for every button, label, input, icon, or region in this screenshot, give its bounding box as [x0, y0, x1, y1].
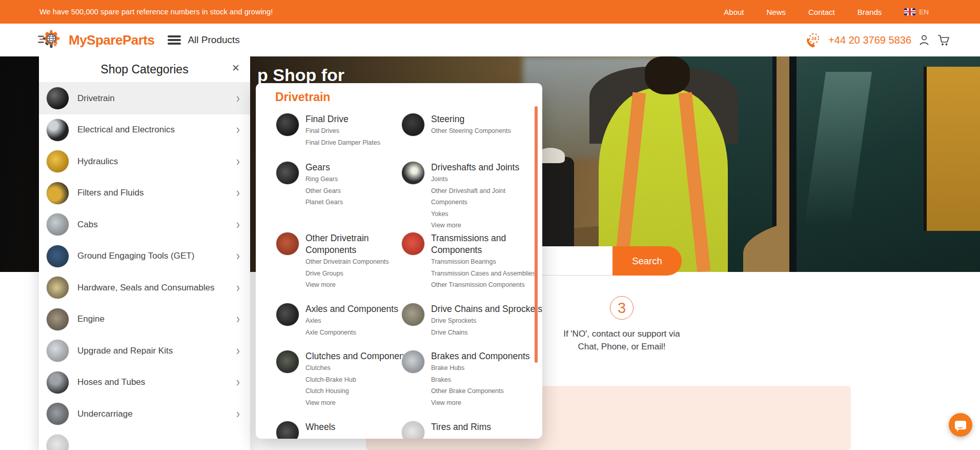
sidebar-item-label: Ground Engaging Tools (GET): [77, 251, 194, 261]
subcategory-link[interactable]: Planet Gears: [305, 197, 343, 208]
cart-icon[interactable]: [937, 34, 950, 46]
view-more-link[interactable]: View more: [305, 279, 395, 291]
sidebar-item-label: Cabs: [77, 220, 98, 230]
subcategory-link[interactable]: Final Drive Damper Plates: [305, 137, 380, 149]
subcategory-link[interactable]: Joints: [431, 173, 542, 185]
all-products-menu[interactable]: All Products: [188, 34, 239, 46]
close-icon[interactable]: ✕: [232, 63, 240, 73]
subcategory-link[interactable]: Brakes: [431, 374, 530, 386]
group-clutches-and-components[interactable]: Clutches and Components Clutches Clutch-…: [276, 350, 411, 408]
group-title[interactable]: Clutches and Components: [305, 350, 411, 362]
partial-thumb-icon: [46, 434, 69, 450]
subcategory-link[interactable]: Axle Components: [305, 327, 398, 339]
sidebar-item-electrical-and-electronics[interactable]: Electrical and Electronics ›: [39, 114, 250, 146]
other-drivetrain-thumb-icon: [276, 232, 299, 256]
sidebar-item-partial[interactable]: [39, 430, 250, 450]
sidebar-item-engine[interactable]: Engine ›: [39, 304, 250, 336]
chevron-right-icon: ›: [236, 281, 240, 294]
subcategory-link[interactable]: Other Gears: [305, 185, 343, 197]
group-title[interactable]: Steering: [431, 113, 511, 125]
clutches-thumb-icon: [276, 350, 299, 374]
search-button[interactable]: Search: [612, 246, 682, 276]
subcategory-link[interactable]: Clutch Housing: [305, 385, 411, 397]
sidebar-item-drivetrain[interactable]: Drivetrain ›: [39, 83, 250, 114]
group-title[interactable]: Final Drive: [305, 113, 380, 125]
subcategory-link[interactable]: Brake Hubs: [431, 362, 530, 374]
subcategory-link[interactable]: Final Drives: [305, 125, 380, 137]
sidebar-item-ground-engaging-tools[interactable]: Ground Engaging Tools (GET) ›: [39, 241, 250, 272]
flyout-scrollbar[interactable]: [535, 106, 538, 363]
group-brakes-and-components[interactable]: Brakes and Components Brake Hubs Brakes …: [401, 350, 530, 408]
sidebar-item-upgrade-and-repair-kits[interactable]: Upgrade and Repair Kits ›: [39, 335, 250, 367]
sidebar-item-hoses-and-tubes[interactable]: Hoses and Tubes ›: [39, 367, 250, 399]
chevron-right-icon: ›: [236, 124, 240, 136]
subcategory-link[interactable]: Other Driveshaft and Joint Components: [431, 185, 542, 208]
group-title[interactable]: Driveshafts and Joints: [431, 162, 542, 173]
drive-chains-thumb-icon: [401, 303, 425, 326]
group-steering[interactable]: Steering Other Steering Components: [401, 113, 511, 137]
sidebar-item-filters-and-fluids[interactable]: Filters and Fluids ›: [39, 178, 250, 209]
view-more-link[interactable]: View more: [305, 397, 411, 409]
subcategory-link[interactable]: Drive Groups: [305, 268, 395, 280]
group-final-drive[interactable]: Final Drive Final Drives Final Drive Dam…: [276, 113, 380, 148]
view-more-link[interactable]: View more: [431, 220, 542, 231]
nav-link-contact[interactable]: Contact: [808, 8, 835, 16]
sidebar-item-hydraulics[interactable]: Hydraulics ›: [39, 146, 250, 178]
sidebar-item-label: Upgrade and Repair Kits: [77, 346, 173, 356]
announcement-bar: We have 500,000 spare part reference num…: [0, 0, 980, 24]
flyout-title: Drivetrain: [275, 90, 330, 104]
sidebar-item-hardware-seals-consumables[interactable]: Hardware, Seals and Consumables ›: [39, 272, 250, 304]
group-gears[interactable]: Gears Ring Gears Other Gears Planet Gear…: [276, 161, 343, 208]
final-drive-thumb-icon: [276, 113, 299, 136]
chat-widget-button[interactable]: [949, 413, 972, 437]
subcategory-link[interactable]: Other Steering Components: [431, 125, 511, 137]
group-axles-and-components[interactable]: Axles and Components Axles Axle Componen…: [276, 303, 398, 338]
subcategory-link[interactable]: Ring Gears: [305, 173, 343, 185]
subcategory-link[interactable]: Drive Chains: [431, 327, 542, 339]
nav-link-about[interactable]: About: [724, 8, 744, 16]
subcategory-link[interactable]: Yokes: [431, 208, 542, 220]
sidebar-item-label: Hydraulics: [77, 156, 118, 167]
language-selector[interactable]: EN: [904, 8, 929, 16]
group-title[interactable]: Gears: [305, 162, 343, 173]
subcategory-link[interactable]: Axles: [305, 315, 398, 327]
subcategory-link[interactable]: Transmission Bearings: [431, 256, 536, 268]
subcategory-link[interactable]: Transmission Cases and Assemblies: [431, 268, 536, 280]
group-title[interactable]: Brakes and Components: [431, 350, 530, 362]
main-header: MySpareParts All Products 24 +44 20 3769…: [0, 24, 980, 56]
group-drive-chains-and-sprockets[interactable]: Drive Chains and Sprockets Drive Sprocke…: [401, 303, 542, 338]
subcategory-link[interactable]: Other Brake Components: [431, 385, 530, 397]
sidebar-item-cabs[interactable]: Cabs ›: [39, 209, 250, 241]
group-title[interactable]: Axles and Components: [305, 303, 398, 315]
account-icon[interactable]: [918, 34, 930, 46]
nav-link-news[interactable]: News: [766, 8, 786, 16]
group-title[interactable]: Other Drivetrain Components: [305, 232, 395, 256]
group-transmissions-and-components[interactable]: Transmissions and Components Transmissio…: [401, 232, 536, 291]
subcategory-link[interactable]: Other Transmission Components: [431, 279, 536, 291]
chevron-right-icon: ›: [236, 92, 240, 105]
phone-number[interactable]: +44 20 3769 5836: [828, 34, 911, 46]
nav-link-brands[interactable]: Brands: [858, 8, 882, 16]
subcategory-link[interactable]: Clutches: [305, 362, 411, 374]
subcategory-link[interactable]: Clutch-Brake Hub: [305, 374, 411, 386]
group-driveshafts-and-joints[interactable]: Driveshafts and Joints Joints Other Driv…: [401, 161, 542, 231]
chevron-right-icon: ›: [236, 407, 240, 420]
group-tires-and-rims[interactable]: Tires and Rims: [401, 421, 491, 439]
group-title[interactable]: Tires and Rims: [431, 421, 491, 433]
sidebar-item-label: Filters and Fluids: [77, 188, 144, 198]
view-more-link[interactable]: View more: [431, 397, 530, 409]
hamburger-menu-icon[interactable]: [168, 35, 181, 45]
group-title[interactable]: Transmissions and Components: [431, 232, 521, 256]
sidebar-item-undercarriage[interactable]: Undercarriage ›: [39, 398, 250, 430]
hoses-thumb-icon: [46, 371, 69, 394]
subcategory-link[interactable]: Other Drivetrain Components: [305, 256, 395, 268]
group-wheels[interactable]: Wheels: [276, 421, 335, 439]
brand-logo[interactable]: MySpareParts: [37, 28, 154, 52]
axles-thumb-icon: [276, 303, 299, 326]
chevron-right-icon: ›: [236, 313, 240, 326]
group-title[interactable]: Drive Chains and Sprockets: [431, 303, 542, 315]
subcategory-link[interactable]: Drive Sprockets: [431, 315, 542, 327]
hero-worker-head: [645, 56, 690, 94]
group-title[interactable]: Wheels: [305, 421, 335, 433]
group-other-drivetrain-components[interactable]: Other Drivetrain Components Other Drivet…: [276, 232, 395, 291]
